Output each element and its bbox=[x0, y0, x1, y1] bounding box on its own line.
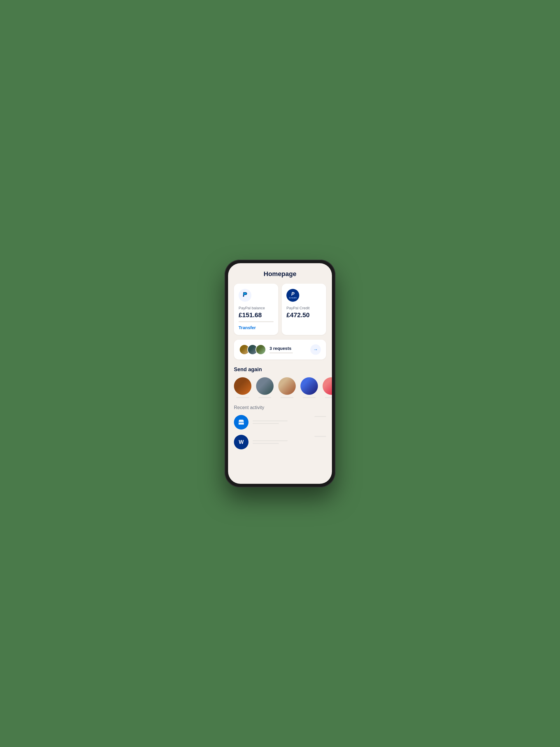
activity-line1-1 bbox=[252, 420, 288, 421]
person-name-line-3 bbox=[281, 397, 293, 398]
paypal-credit-card[interactable]: P Credit PayPal Credit £472.50 bbox=[282, 284, 326, 335]
paypal-credit-logo: P Credit bbox=[287, 289, 299, 302]
person-name-line-2 bbox=[259, 397, 271, 398]
phone-frame: Homepage PayPal balance £151.68 Transfer bbox=[224, 260, 336, 487]
transfer-button[interactable]: Transfer bbox=[239, 325, 256, 330]
balance-cards-container: PayPal balance £151.68 Transfer P Credit… bbox=[234, 284, 326, 335]
credit-p-letter: P bbox=[291, 292, 295, 297]
store-svg bbox=[238, 419, 245, 426]
recent-activity-title: Recent activity bbox=[234, 405, 326, 410]
person-avatar-5 bbox=[323, 377, 332, 395]
w-icon: W bbox=[234, 435, 248, 449]
request-avatar-3 bbox=[256, 344, 266, 355]
store-icon bbox=[234, 415, 248, 430]
person-avatar-2 bbox=[256, 377, 273, 395]
paypal-balance-card[interactable]: PayPal balance £151.68 Transfer bbox=[234, 284, 278, 335]
activity-line1-2 bbox=[252, 440, 288, 441]
requests-label: 3 requests bbox=[269, 346, 310, 351]
screen-content[interactable]: Homepage PayPal balance £151.68 Transfer bbox=[228, 263, 332, 484]
credit-badge: P Credit bbox=[289, 292, 297, 299]
send-again-title: Send again bbox=[234, 366, 326, 372]
send-again-list bbox=[234, 377, 326, 398]
send-again-section: Send again bbox=[234, 366, 326, 398]
send-again-person-3[interactable] bbox=[278, 377, 296, 398]
requests-avatar-stack bbox=[239, 344, 266, 355]
activity-details-2 bbox=[252, 440, 310, 444]
phone-screen: Homepage PayPal balance £151.68 Transfer bbox=[228, 263, 332, 484]
person-name-line-1 bbox=[236, 397, 249, 398]
send-again-person-4[interactable] bbox=[300, 377, 318, 398]
person-avatar-3 bbox=[278, 377, 296, 395]
balance-card-divider bbox=[239, 321, 273, 322]
activity-amount-1 bbox=[314, 416, 326, 417]
paypal-p-svg bbox=[241, 291, 249, 300]
person-name-line-5 bbox=[325, 397, 332, 398]
activity-line2-2 bbox=[252, 443, 279, 444]
person-avatar-1 bbox=[234, 377, 251, 395]
activity-item-2[interactable]: W bbox=[234, 435, 326, 449]
requests-subline bbox=[269, 353, 293, 353]
paypal-plain-logo bbox=[239, 289, 251, 302]
send-again-person-2[interactable] bbox=[256, 377, 273, 398]
w-letter: W bbox=[239, 439, 244, 445]
activity-details-1 bbox=[252, 420, 310, 424]
activity-amount-2 bbox=[314, 436, 326, 437]
recent-activity-section: Recent activity bbox=[234, 405, 326, 449]
paypal-balance-label: PayPal balance bbox=[239, 306, 273, 310]
person-name-line-4 bbox=[303, 397, 316, 398]
page-title: Homepage bbox=[234, 270, 326, 278]
requests-text: 3 requests bbox=[269, 346, 310, 353]
paypal-balance-amount: £151.68 bbox=[239, 311, 273, 319]
credit-text: Credit bbox=[289, 297, 297, 299]
activity-item-1[interactable] bbox=[234, 415, 326, 430]
requests-arrow-button[interactable]: → bbox=[310, 344, 321, 355]
person-avatar-4 bbox=[300, 377, 318, 395]
requests-card[interactable]: 3 requests → bbox=[234, 340, 326, 360]
paypal-credit-amount: £472.50 bbox=[287, 311, 321, 319]
paypal-credit-label: PayPal Credit bbox=[287, 306, 321, 310]
activity-line2-1 bbox=[252, 423, 279, 424]
send-again-person-1[interactable] bbox=[234, 377, 251, 398]
send-again-person-5[interactable] bbox=[323, 377, 332, 398]
